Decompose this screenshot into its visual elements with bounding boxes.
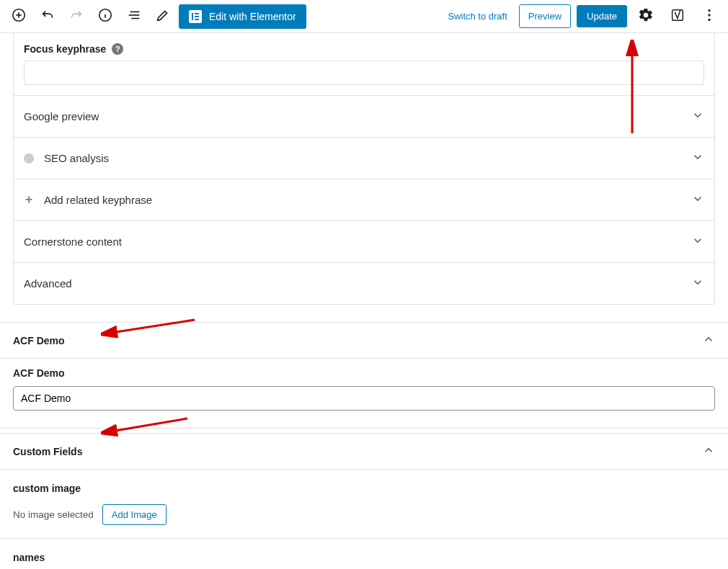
custom-fields-title: Custom Fields: [13, 446, 82, 457]
custom-fields-metabox: Custom Fields custom image No image sele…: [0, 433, 728, 569]
elementor-button-label: Edit with Elementor: [209, 11, 296, 22]
add-image-button[interactable]: Add Image: [102, 504, 167, 525]
chevron-up-icon: [702, 333, 715, 348]
custom-fields-header[interactable]: Custom Fields: [0, 434, 728, 469]
chevron-down-icon: [691, 192, 704, 207]
help-icon[interactable]: ?: [112, 43, 123, 55]
seo-analysis-label: SEO analysis: [44, 152, 109, 164]
google-preview-label: Google preview: [24, 110, 99, 122]
acf-demo-input[interactable]: [13, 386, 715, 411]
status-dot-icon: [24, 153, 34, 163]
focus-keyphrase-label: Focus keyphrase: [24, 43, 106, 55]
google-preview-row[interactable]: Google preview: [14, 96, 714, 138]
names-label: names: [13, 552, 715, 563]
svg-rect-10: [195, 13, 199, 14]
advanced-label: Advanced: [24, 277, 72, 290]
add-block-button[interactable]: [6, 4, 32, 30]
add-related-keyphrase-row[interactable]: + Add related keyphrase: [14, 179, 714, 221]
chevron-down-icon: [691, 151, 704, 166]
redo-icon: [68, 7, 84, 25]
chevron-up-icon: [702, 444, 715, 459]
svg-point-15: [708, 14, 710, 16]
acf-demo-title: ACF Demo: [13, 335, 65, 346]
svg-point-14: [708, 9, 710, 12]
undo-button[interactable]: [35, 4, 61, 30]
no-image-text: No image selected: [13, 509, 94, 520]
chevron-down-icon: [691, 276, 704, 291]
more-options-button[interactable]: [696, 4, 722, 30]
chevron-down-icon: [691, 109, 704, 124]
pencil-icon: [155, 7, 171, 25]
svg-rect-9: [192, 13, 193, 20]
chevron-down-icon: [691, 234, 704, 249]
list-view-button[interactable]: [121, 4, 147, 30]
editor-toolbar: Edit with Elementor Switch to draft Prev…: [0, 0, 728, 33]
redo-button[interactable]: [63, 4, 89, 30]
info-icon: [97, 7, 113, 25]
acf-demo-header[interactable]: ACF Demo: [0, 323, 728, 358]
plus-icon: +: [24, 192, 34, 207]
edit-mode-button[interactable]: [150, 4, 176, 30]
cornerstone-label: Cornerstone content: [24, 236, 122, 248]
info-button[interactable]: [92, 4, 118, 30]
undo-icon: [40, 7, 56, 25]
elementor-icon: [189, 10, 202, 23]
update-button[interactable]: Update: [577, 5, 627, 27]
yoast-icon: [670, 7, 685, 25]
yoast-seo-panel: Focus keyphrase ? Google preview SEO ana…: [13, 33, 715, 305]
list-icon: [126, 7, 142, 25]
switch-to-draft-button[interactable]: Switch to draft: [442, 6, 512, 26]
cornerstone-content-row[interactable]: Cornerstone content: [14, 221, 714, 263]
edit-with-elementor-button[interactable]: Edit with Elementor: [179, 4, 306, 29]
settings-button[interactable]: [633, 4, 659, 30]
gear-icon: [638, 7, 654, 25]
acf-demo-metabox: ACF Demo ACF Demo: [0, 322, 728, 429]
plus-circle-icon: [11, 7, 27, 25]
add-related-label: Add related keyphrase: [44, 194, 152, 206]
advanced-row[interactable]: Advanced: [14, 263, 714, 304]
svg-point-16: [708, 19, 710, 21]
seo-analysis-row[interactable]: SEO analysis: [14, 138, 714, 179]
custom-image-label: custom image: [13, 483, 715, 494]
acf-demo-field-label: ACF Demo: [13, 367, 715, 379]
svg-rect-11: [195, 16, 199, 17]
focus-keyphrase-input[interactable]: [24, 61, 704, 85]
ellipsis-vertical-icon: [701, 7, 717, 25]
yoast-button[interactable]: [665, 4, 691, 30]
preview-button[interactable]: Preview: [519, 4, 571, 28]
svg-rect-12: [195, 19, 199, 20]
